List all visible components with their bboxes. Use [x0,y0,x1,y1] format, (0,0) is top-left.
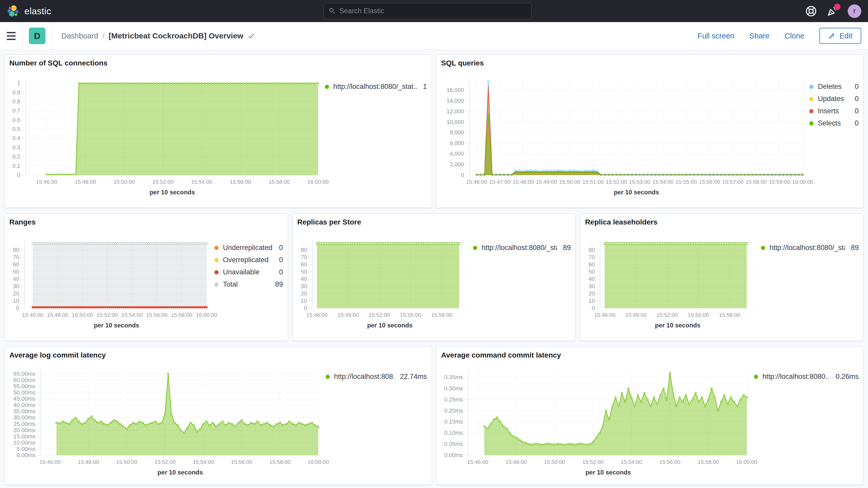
x-tick-label: 15:46:00 [39,459,61,465]
chart-canvas[interactable] [26,80,319,175]
chart-canvas[interactable] [24,241,209,308]
chart-plot[interactable] [468,369,748,455]
chart-plot[interactable] [40,369,320,455]
y-tick-label: 0 [16,305,24,311]
chart-plot[interactable] [26,80,319,175]
legend-item[interactable]: http://localhost:8080...0.26ms [754,373,859,381]
y-tick-label: 30 [301,283,312,290]
x-tick-label: 16:00:00 [792,179,813,185]
legend-item[interactable]: Deletes0 [809,83,859,91]
chart-canvas[interactable] [600,241,755,308]
chart-plot[interactable] [600,241,755,308]
y-tick-label: 0.9 [12,89,26,96]
y-tick-label: 12,000 [446,108,469,115]
x-tick-label: 15:50:00 [559,179,580,185]
legend-item[interactable]: Overreplicated0 [214,256,283,264]
y-tick-label: 10,000 [446,119,469,125]
x-tick-label: 15:55:00 [400,312,421,318]
legend-value: 22.74ms [394,373,427,381]
legend-item[interactable]: http://localhost:8080/_sta...89 [761,244,859,252]
newsfeed-button[interactable] [827,5,838,17]
elastic-logo[interactable]: elastic [7,4,51,18]
x-tick-label: 15:52:00 [582,459,604,465]
clone-button[interactable]: Clone [784,32,804,40]
x-axis: 15:46:0015:49:0015:52:0015:55:0015:58:00 [312,309,467,319]
chart-plot[interactable] [469,80,804,175]
chart-canvas[interactable] [40,369,320,455]
share-button[interactable]: Share [749,32,770,40]
search-input[interactable] [339,7,527,15]
legend-value: 0 [849,83,859,91]
x-tick-label: 15:54:00 [652,179,674,185]
y-tick-label: 20 [301,290,312,297]
chart-legend: http://localhost:8080/_sta...89 [467,241,571,329]
legend-swatch [809,121,813,125]
y-tick-label: 70 [13,254,24,261]
x-axis-label: per 10 seconds [312,322,467,329]
legend-item[interactable]: Underreplicated0 [214,244,283,252]
x-tick-label: 15:47:00 [489,179,511,185]
legend-item[interactable]: http://localhost:8080/_sta...89 [473,244,571,252]
divider [22,22,23,50]
full-screen-button[interactable]: Full screen [698,32,735,40]
y-tick-label: 0 [592,305,600,311]
legend-item[interactable]: http://localhost:808...22.74ms [326,373,427,381]
y-tick-label: 0.25ms [444,396,468,403]
chart-legend: http://localhost:8080/_stat...1 [319,80,427,196]
chart-canvas[interactable] [312,241,467,308]
chart-legend: Underreplicated0Overreplicated0Unavailab… [209,241,283,329]
y-tick-label: 35.00ms [13,408,40,415]
help-button[interactable] [805,5,817,17]
edit-button[interactable]: Edit [819,28,861,44]
y-tick-label: 15.00ms [13,433,40,440]
legend-item[interactable]: Selects0 [809,119,859,127]
x-tick-label: 15:46:00 [306,312,328,318]
y-tick-label: 0.35ms [444,374,468,381]
breadcrumb: Dashboard / [Metricbeat CockroachDB] Ove… [61,31,255,40]
legend-swatch [809,85,813,89]
legend-item[interactable]: Updates0 [809,95,859,103]
y-tick-label: 55.00ms [13,383,40,390]
legend-label: Updates [818,95,844,103]
legend-item[interactable]: Unavailable0 [214,268,283,276]
chart-canvas[interactable] [469,80,804,175]
x-tick-label: 15:58:00 [171,312,192,318]
y-axis: 0.00ms0.05ms0.10ms0.15ms0.20ms0.25ms0.30… [441,369,468,455]
x-tick-label: 15:54:00 [121,312,143,318]
legend-label: http://localhost:8080/_sta... [770,244,845,252]
legend-value: 0.26ms [830,373,859,381]
edit-button-label: Edit [839,32,852,40]
user-avatar[interactable]: r [848,4,861,18]
legend-label: Overreplicated [223,256,269,264]
breadcrumb-dashboard-link[interactable]: Dashboard [61,32,98,40]
chart-canvas[interactable] [468,369,748,455]
x-tick-label: 15:54:00 [621,459,642,465]
panel-sql-connections: Number of SQL connections 00.10.20.30.40… [4,55,432,208]
x-tick-label: 16:00:00 [308,459,329,465]
x-tick-label: 15:50:00 [116,459,137,465]
dashboard-app-badge[interactable]: D [29,28,45,44]
chart-plot[interactable] [24,241,209,308]
legend-item[interactable]: Total89 [214,280,283,288]
x-tick-label: 15:52:00 [152,179,174,185]
y-tick-label: 50 [589,268,600,275]
y-axis: 01020304050607080 [297,241,312,308]
y-tick-label: 10 [589,298,600,304]
legend-item[interactable]: http://localhost:8080/_stat...1 [325,83,427,91]
x-tick-label: 15:58:00 [269,459,290,465]
global-search[interactable] [323,3,531,19]
check-icon [247,32,255,40]
y-tick-label: 0 [461,172,469,179]
x-tick-label: 15:52:00 [656,312,678,318]
y-tick-label: 30 [589,283,600,290]
x-tick-label: 15:53:00 [629,179,650,185]
x-axis-label: per 10 seconds [40,469,320,476]
chart-plot[interactable] [312,241,467,308]
legend-item[interactable]: Inserts0 [809,107,859,115]
y-tick-label: 0.6 [12,117,26,123]
x-tick-label: 15:50:00 [114,179,135,185]
menu-button[interactable] [0,22,22,50]
x-axis: 15:46:0015:48:0015:50:0015:52:0015:54:00… [468,456,748,467]
panel-sql-queries: SQL queries 02,0004,0006,0008,00010,0001… [436,55,864,208]
x-tick-label: 15:59:00 [769,179,790,185]
